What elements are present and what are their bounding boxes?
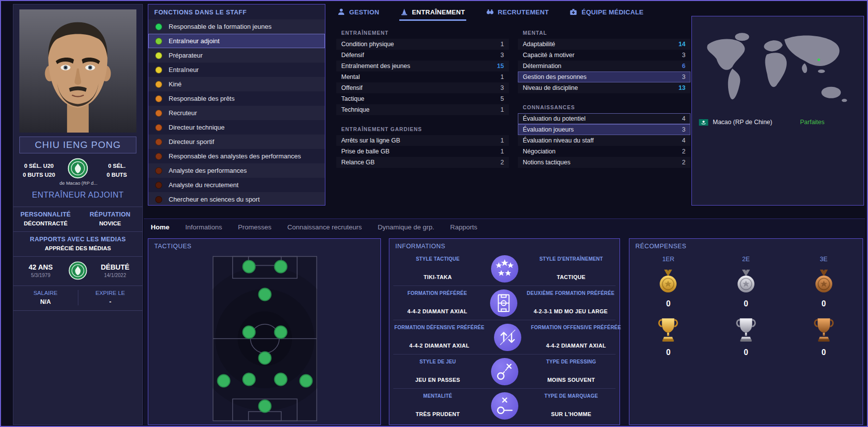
tab-gestion[interactable]: GESTION (336, 5, 380, 21)
world-knowledge-panel: Macao (RP de Chine) Parfaites (691, 16, 864, 206)
staff-role-item[interactable]: Kiné (148, 77, 325, 91)
expires-label: EXPIRE LE (78, 290, 143, 296)
staff-role-item[interactable]: Préparateur (148, 48, 325, 63)
personality-reputation-section: PERSONNALITÉ DÉCONTRACTÉ RÉPUTATION NOVI… (13, 207, 142, 232)
attribute-value: 3 (682, 124, 685, 135)
attribute-group-header: MENTAL (518, 27, 690, 39)
player-dot-attacking-mid (259, 288, 271, 301)
player-dot-striker-right (275, 261, 287, 273)
tab-dynamique[interactable]: Dynamique de grp. (377, 223, 434, 231)
info-label: DEUXIÈME FORMATION PRÉFÉRÉE (527, 290, 615, 296)
staff-portrait (19, 9, 136, 133)
info-label: TYPE DE MARQUAGE (528, 393, 615, 399)
attribute-row: Mental1 (336, 71, 509, 82)
attribute-row: Adaptabilité14 (518, 39, 690, 50)
world-map (699, 23, 858, 116)
attribute-name: Mental (341, 71, 360, 82)
info-row: FORMATION PRÉFÉRÉE 4-4-2 DIAMANT AXIAL D… (393, 285, 616, 320)
fm-staff-profile-screen: CHIU IENG PONG 0 SÉL. U20 0 BUTS U20 de … (0, 0, 868, 427)
tab-recrutement[interactable]: RECRUTEMENT (485, 5, 550, 21)
info-label: STYLE D'ENTRAÎNEMENT (528, 256, 615, 262)
suitability-dot (155, 153, 162, 160)
attribute-row: Arrêts sur la ligne GB1 (336, 135, 509, 146)
attribute-value: 2 (682, 157, 685, 168)
tab-home[interactable]: Home (151, 223, 170, 231)
attribute-group-header: ENTRAÎNEMENT GARDIENS (336, 123, 509, 135)
info-row: MENTALITÉ TRÈS PRUDENT TYPE DE MARQUAGE … (393, 388, 616, 423)
staff-role-item[interactable]: Directeur technique (148, 120, 325, 135)
age-value: 42 ANS (13, 263, 68, 271)
awards-second-place: 2E 0 (707, 253, 785, 357)
awards-panel: RÉCOMPENSES 1ER 0 (629, 238, 863, 425)
staff-role-item[interactable]: Responsable des analystes des performanc… (148, 149, 325, 163)
attribute-value: 3 (500, 50, 504, 61)
info-label: TYPE DE PRESSING (528, 359, 615, 364)
attribute-row: Défensif3 (336, 50, 509, 61)
staff-role-item-selected[interactable]: Entraîneur adjoint (148, 34, 325, 48)
attribute-row-highlighted: Évaluation du potentiel4 (518, 113, 690, 124)
info-label: FORMATION PRÉFÉRÉE (394, 290, 480, 296)
attribute-value: 2 (500, 157, 504, 168)
staff-role-item[interactable]: Chercheur en sciences du sport (148, 192, 325, 206)
attribute-group-header: CONNAISSANCES (518, 101, 690, 113)
attribute-value: 5 (500, 93, 504, 104)
attribute-value: 4 (682, 113, 685, 124)
suitability-dot (155, 110, 162, 117)
awards-panel-title: RÉCOMPENSES (635, 243, 686, 250)
info-value: TACTIQUE (528, 274, 615, 280)
staff-role-item[interactable]: Responsable des prêts (148, 91, 325, 106)
info-row: STYLE DE JEU JEU EN PASSES TYPE DE PRESS… (393, 354, 616, 388)
info-label: FORMATION DÉFENSIVE PRÉFÉRÉE (394, 325, 485, 330)
medal-count: 0 (666, 299, 671, 308)
staff-role-item[interactable]: Directeur sportif (148, 135, 325, 149)
stars-icon (491, 255, 518, 283)
attribute-value: 6 (682, 61, 685, 71)
attribute-row: Notions tactiques2 (518, 157, 690, 168)
info-value: 4-2-3-1 MD MO JEU LARGE (527, 308, 615, 314)
manager-icon (337, 8, 345, 16)
attribute-value: 3 (682, 50, 685, 61)
trophy-count: 0 (666, 348, 671, 357)
staff-role-item[interactable]: Analyste des performances (148, 163, 325, 178)
attribute-name: Capacité à motiver (523, 50, 574, 61)
attribute-value: 2 (682, 146, 685, 157)
suitability-dot (155, 52, 162, 59)
tab-connaissance-recruteurs[interactable]: Connaissance recruteurs (287, 223, 362, 231)
attribute-name: Prise de balle GB (341, 146, 389, 157)
staff-role-item[interactable]: Recruteur (148, 106, 325, 120)
tab-equipe-medicale[interactable]: ÉQUIPE MÉDICALE (568, 5, 644, 21)
staff-role-item[interactable]: Responsable de la formation jeunes (148, 19, 325, 34)
media-section: RAPPORTS AVEC LES MEDIAS APPRÉCIÉ DES MÉ… (13, 232, 142, 257)
attribute-tabs: GESTION ENTRAÎNEMENT RECRUTEMENT ÉQUIPE … (336, 5, 645, 21)
birth-date: 5/3/1979 (13, 273, 68, 278)
bronze-medal-icon (813, 270, 834, 293)
joined-label: DÉBUTÉ (88, 263, 142, 271)
reputation-value: NOVICE (78, 220, 142, 226)
tab-rapports[interactable]: Rapports (450, 223, 478, 231)
attribute-value: 3 (500, 82, 504, 93)
attribute-name: Technique (341, 104, 370, 115)
media-value: APPRÉCIÉ DES MÉDIAS (13, 245, 142, 251)
attribute-row: Négociation2 (518, 146, 690, 157)
staff-role-item[interactable]: Entraîneur (148, 63, 325, 77)
tab-informations[interactable]: Informations (186, 223, 222, 231)
tab-promesses[interactable]: Promesses (238, 223, 272, 231)
attribute-name: Défensif (341, 50, 364, 61)
attribute-name: Condition physique (341, 39, 394, 50)
tactics-panel: TACTIQUES (148, 238, 381, 425)
tab-entrainement[interactable]: ENTRAÎNEMENT (399, 5, 466, 21)
training-cone-icon (400, 8, 408, 16)
binoculars-icon (486, 8, 494, 16)
player-dot-defensive-mid (259, 352, 271, 364)
attribute-value: 1 (500, 71, 504, 82)
attribute-row-highlighted: Évaluation joueurs3 (518, 124, 690, 135)
player-dot-left-back (218, 375, 230, 387)
contract-section: SALAIRE N/A EXPIRE LE - (13, 286, 142, 311)
club-badge-icon (68, 261, 88, 281)
staff-role-item[interactable]: Analyste du recrutement (148, 178, 325, 192)
info-value: TIKI-TAKA (394, 274, 481, 280)
suitability-dot (155, 81, 162, 88)
informations-panel-title: INFORMATIONS (395, 243, 445, 250)
staff-name: CHIU IENG PONG (19, 137, 136, 153)
gold-medal-icon (658, 270, 679, 293)
